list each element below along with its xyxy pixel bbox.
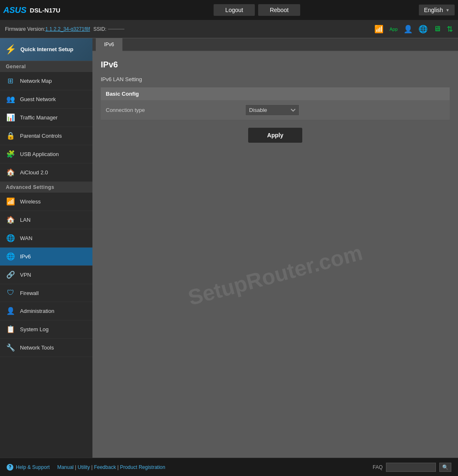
manual-link[interactable]: Manual — [57, 464, 73, 470]
parental-controls-icon: 🔒 — [6, 131, 15, 140]
sidebar-label-guest-network: Guest Network — [20, 96, 56, 102]
sidebar: ⚡ Quick Internet Setup General ⊞ Network… — [0, 38, 92, 458]
status-icons: 📶 App 👤 🌐 🖥 ⇅ — [374, 25, 453, 34]
sidebar-label-ipv6: IPv6 — [20, 253, 31, 260]
language-label: English — [424, 7, 443, 13]
sidebar-item-network-map[interactable]: ⊞ Network Map — [0, 72, 92, 90]
sidebar-item-wrapper-wireless: 📶 Wireless — [0, 193, 92, 211]
logo-area: ASUS DSL-N17U — [3, 5, 95, 15]
config-table: Basic Config Connection type Disable Nat… — [101, 87, 450, 120]
footer-links: Manual | Utility | Feedback | Product Re… — [57, 464, 165, 470]
connection-type-select[interactable]: Disable Native Tunnel 6in4 Tunnel 6to4 F… — [245, 104, 299, 116]
sidebar-label-network-tools: Network Tools — [20, 345, 54, 351]
faq-search-button[interactable]: 🔍 — [439, 463, 451, 472]
sidebar-item-wireless[interactable]: 📶 Wireless — [0, 193, 92, 211]
sidebar-item-vpn[interactable]: 🔗 VPN — [0, 266, 92, 284]
reboot-button[interactable]: Reboot — [258, 4, 300, 16]
sidebar-item-wrapper-lan: 🏠 LAN — [0, 211, 92, 229]
sidebar-label-firewall: Firewall — [20, 290, 39, 296]
main-layout: ⚡ Quick Internet Setup General ⊞ Network… — [0, 38, 458, 458]
content-body: IPv6 IPv6 LAN Setting Basic Config Conne… — [92, 52, 458, 458]
faq-search-input[interactable] — [386, 463, 436, 472]
sidebar-item-wrapper-usb-application: 🧩 USB Application — [0, 145, 92, 164]
content-wrapper: IPv6 IPv6 LAN Setting Basic Config Conne… — [92, 52, 458, 458]
sidebar-item-wrapper-traffic-manager: 📊 Traffic Manager — [0, 109, 92, 127]
content-area: IPv6 IPv6 IPv6 LAN Setting Basic Config … — [92, 38, 458, 458]
sidebar-item-wrapper-network-tools: 🔧 Network Tools — [0, 339, 92, 357]
product-registration-link[interactable]: Product Registration — [120, 464, 165, 470]
wan-icon: 🌐 — [6, 234, 15, 243]
apply-button[interactable]: Apply — [248, 128, 302, 143]
traffic-manager-icon: 📊 — [6, 113, 15, 122]
utility-link[interactable]: Utility — [78, 464, 90, 470]
sidebar-item-parental-controls[interactable]: 🔒 Parental Controls — [0, 127, 92, 145]
user-icon[interactable]: 👤 — [403, 25, 413, 34]
wireless-icon: 📶 — [6, 197, 15, 206]
sidebar-item-administration[interactable]: 👤 Administration — [0, 302, 92, 320]
sidebar-item-firewall[interactable]: 🛡 Firewall — [0, 284, 92, 302]
general-section-header: General — [0, 61, 92, 72]
sidebar-item-guest-network[interactable]: 👥 Guest Network — [0, 90, 92, 109]
status-bar: Firmware Version: 1.1.2.2_34-q3271f8f SS… — [0, 20, 458, 38]
ssid-label: SSID: — [93, 26, 106, 32]
quick-internet-setup-button[interactable]: ⚡ Quick Internet Setup — [0, 38, 92, 61]
sidebar-item-lan[interactable]: 🏠 LAN — [0, 211, 92, 229]
ipv6-icon: 🌐 — [6, 252, 15, 261]
chevron-down-icon: ▼ — [446, 8, 450, 12]
sidebar-item-wrapper-guest-network: 👥 Guest Network — [0, 90, 92, 109]
logo-asus: ASUS — [3, 5, 27, 15]
section-subtitle: IPv6 LAN Setting — [101, 76, 450, 82]
sidebar-item-system-log[interactable]: 📋 System Log — [0, 320, 92, 339]
help-support-label: Help & Support — [16, 464, 50, 470]
sidebar-label-wireless: Wireless — [20, 198, 41, 205]
administration-icon: 👤 — [6, 307, 15, 315]
sidebar-item-wrapper-vpn: 🔗 VPN — [0, 266, 92, 284]
logout-button[interactable]: Logout — [214, 4, 255, 16]
sidebar-item-wrapper-network-map: ⊞ Network Map — [0, 72, 92, 90]
sidebar-label-aicloud: AiCloud 2.0 — [20, 169, 48, 176]
usb-icon[interactable]: ⇅ — [447, 25, 453, 34]
sidebar-label-usb-application: USB Application — [20, 151, 59, 157]
sidebar-item-wrapper-ipv6: 🌐 IPv6 — [0, 248, 92, 266]
sidebar-label-parental-controls: Parental Controls — [20, 133, 62, 139]
sidebar-label-lan: LAN — [20, 217, 30, 223]
firmware-label: Firmware Version: — [5, 26, 45, 32]
sidebar-item-aicloud[interactable]: 🏠 AiCloud 2.0 — [0, 164, 92, 182]
active-arrow — [92, 251, 92, 263]
sidebar-label-vpn: VPN — [20, 272, 31, 278]
apply-btn-row: Apply — [101, 128, 450, 143]
firmware-version[interactable]: 1.1.2.2_34-q3271f8f — [45, 26, 90, 32]
sidebar-item-ipv6[interactable]: 🌐 IPv6 — [0, 248, 92, 266]
lan-icon: 🏠 — [6, 216, 15, 224]
quick-internet-icon: ⚡ — [5, 44, 16, 55]
sidebar-label-administration: Administration — [20, 308, 54, 314]
sidebar-item-network-tools[interactable]: 🔧 Network Tools — [0, 339, 92, 357]
network-map-icon: ⊞ — [6, 77, 15, 85]
vpn-icon: 🔗 — [6, 270, 15, 279]
top-bar: ASUS DSL-N17U Logout Reboot English ▼ — [0, 0, 458, 20]
sidebar-item-wrapper-aicloud: 🏠 AiCloud 2.0 — [0, 164, 92, 182]
sidebar-item-wan[interactable]: 🌐 WAN — [0, 229, 92, 248]
tab-bar: IPv6 — [92, 38, 458, 52]
app-label: App — [389, 27, 398, 32]
advanced-section-header: Advanced Settings — [0, 182, 92, 193]
tab-ipv6[interactable]: IPv6 — [96, 38, 122, 52]
wifi-icon[interactable]: 📶 — [374, 25, 383, 34]
sidebar-item-usb-application[interactable]: 🧩 USB Application — [0, 145, 92, 164]
sidebar-item-traffic-manager[interactable]: 📊 Traffic Manager — [0, 109, 92, 127]
display-icon[interactable]: 🖥 — [433, 25, 441, 33]
sidebar-label-system-log: System Log — [20, 326, 49, 332]
usb-application-icon: 🧩 — [6, 150, 15, 159]
help-support-link[interactable]: ? Help & Support — [7, 464, 50, 471]
connection-type-row: Connection type Disable Native Tunnel 6i… — [101, 100, 450, 120]
top-buttons: Logout Reboot — [95, 4, 419, 16]
aicloud-icon: 🏠 — [6, 168, 15, 177]
feedback-link[interactable]: Feedback — [94, 464, 116, 470]
language-selector[interactable]: English ▼ — [419, 5, 455, 15]
network-tools-icon: 🔧 — [6, 343, 15, 352]
globe-icon[interactable]: 🌐 — [418, 25, 428, 34]
help-icon: ? — [7, 464, 13, 471]
faq-label: FAQ — [373, 464, 383, 470]
system-log-icon: 📋 — [6, 325, 15, 334]
guest-network-icon: 👥 — [6, 95, 15, 104]
